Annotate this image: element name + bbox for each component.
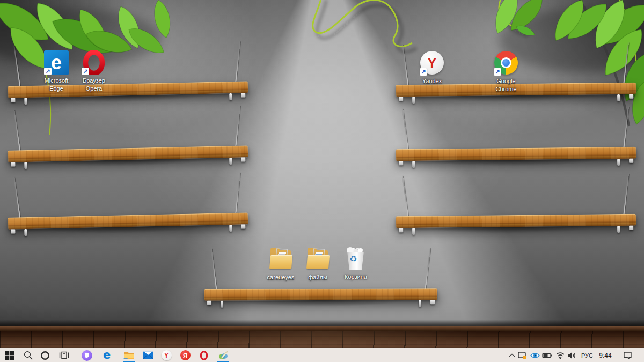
wifi-tray-button[interactable] — [554, 348, 566, 362]
wall-shelf-right-2 — [396, 147, 636, 161]
folder-icon — [268, 247, 293, 271]
shortcut-arrow-icon: ↗ — [82, 68, 89, 75]
shelf-bracket — [430, 300, 435, 304]
notifications-icon — [623, 351, 632, 359]
wifi-icon — [555, 352, 565, 359]
shelf-peg — [412, 228, 415, 235]
shelf-bracket — [11, 229, 15, 233]
folder-icon — [305, 247, 330, 271]
desktop-icon-microsoft-edge[interactable]: e ↗ MicrosoftEdge — [37, 50, 76, 93]
quill-app-button[interactable] — [215, 348, 231, 362]
desktop-icon-label: Корзина — [336, 273, 375, 281]
eye-protection-tray-button[interactable] — [529, 348, 541, 362]
shelf-bracket — [399, 161, 403, 165]
wall-shadow-strip — [0, 320, 644, 326]
yandex-app-icon: Я — [180, 350, 191, 360]
shelf-peg — [617, 94, 620, 101]
shelf-bracket — [11, 162, 15, 166]
volume-tray-button[interactable] — [566, 348, 577, 362]
desktop-icon-label: careueyes — [261, 274, 300, 282]
wall-shelf-right-3 — [396, 214, 636, 228]
cortana-button[interactable] — [37, 348, 53, 362]
mail-button[interactable] — [140, 348, 156, 362]
shelf-peg — [412, 97, 415, 104]
shelf-bracket — [241, 224, 245, 228]
clock[interactable]: 9:44 — [596, 348, 615, 362]
shelf-peg — [617, 226, 620, 233]
careueyes-tray-button[interactable] — [516, 348, 528, 362]
baseboard — [0, 326, 644, 331]
language-indicator[interactable]: РУС — [579, 348, 596, 362]
shelf-peg — [229, 93, 232, 100]
shelf-peg — [24, 98, 27, 105]
desktop-icon-label: БраузерOpera — [75, 77, 113, 93]
shelf-bracket — [629, 159, 633, 163]
wall-shelf-center — [204, 288, 437, 301]
desktop-icon-label: Yandex — [413, 77, 451, 85]
desktop-icon-label: GoogleChrome — [487, 77, 525, 93]
shelf-peg — [24, 229, 27, 236]
opera-taskbar-button[interactable] — [196, 348, 212, 362]
chevron-up-icon — [509, 353, 515, 358]
windows-logo-icon — [5, 351, 14, 360]
desktop-icon-opera[interactable]: ↗ БраузерOpera — [75, 50, 113, 93]
shelf-board — [396, 214, 636, 228]
shelf-bracket — [399, 228, 403, 232]
speaker-icon — [567, 352, 576, 359]
mail-icon — [143, 351, 153, 359]
opera-icon — [199, 350, 209, 361]
desktop-icon-careueyes[interactable]: careueyes — [261, 247, 300, 282]
hidden-icons-chevron[interactable] — [507, 348, 517, 362]
careueyes-monitor-icon — [517, 351, 527, 360]
desktop: e ↗ MicrosoftEdge ↗ БраузерOpera Y ↗ Yan… — [0, 0, 644, 362]
shelf-peg — [617, 159, 620, 166]
action-center-button[interactable] — [618, 348, 636, 362]
quill-globe-icon — [218, 350, 229, 361]
search-button[interactable] — [20, 348, 36, 362]
task-view-icon — [59, 351, 69, 360]
desktop-icon-google-chrome[interactable]: ↗ GoogleChrome — [487, 50, 525, 93]
shelf-bracket — [207, 301, 211, 305]
cortana-icon — [40, 351, 50, 360]
yandex-browser-icon: Y — [162, 350, 172, 360]
desktop-icon-label: файлы — [298, 274, 337, 282]
shelf-peg — [229, 158, 232, 165]
shortcut-arrow-icon: ↗ — [44, 68, 52, 75]
desktop-icon-files[interactable]: файлы — [298, 247, 337, 282]
battery-icon — [542, 352, 553, 359]
shelf-board — [396, 147, 636, 161]
shelf-peg — [221, 301, 223, 308]
file-explorer-icon — [123, 351, 135, 360]
shelf-board — [204, 288, 437, 301]
recycle-bin-icon: ♻ — [343, 247, 368, 271]
shelf-peg — [229, 225, 232, 232]
shelf-bracket — [629, 94, 633, 99]
search-icon — [24, 351, 33, 360]
shelf-bracket — [241, 93, 245, 97]
desktop-icon-label: MicrosoftEdge — [37, 77, 76, 93]
yandex-app-button[interactable]: Я — [177, 348, 193, 362]
edge-taskbar-button[interactable]: e — [99, 348, 115, 362]
shelf-peg — [412, 161, 415, 168]
wallpaper-floor — [0, 320, 644, 348]
shelf-bracket — [241, 157, 245, 161]
shelf-bracket — [11, 98, 15, 102]
edge-icon: e — [103, 350, 111, 361]
shelf-bracket — [399, 97, 403, 101]
alice-icon — [82, 350, 92, 361]
start-button[interactable] — [2, 348, 18, 362]
yandex-browser-button[interactable]: Y — [158, 348, 174, 362]
wood-planks — [0, 331, 644, 348]
yandex-alice-button[interactable] — [79, 348, 95, 362]
taskbar: e Y Я — [0, 348, 644, 362]
desktop-icon-recycle-bin[interactable]: ♻ Корзина — [336, 247, 375, 281]
task-view-button[interactable] — [56, 348, 72, 362]
shelf-bracket — [629, 226, 633, 230]
battery-tray-button[interactable] — [541, 348, 554, 362]
shelf-peg — [24, 162, 27, 169]
file-explorer-button[interactable] — [121, 348, 137, 362]
shortcut-arrow-icon: ↗ — [420, 68, 427, 76]
eye-icon — [530, 352, 540, 359]
shelf-peg — [419, 300, 421, 307]
desktop-icon-yandex[interactable]: Y ↗ Yandex — [413, 50, 451, 85]
